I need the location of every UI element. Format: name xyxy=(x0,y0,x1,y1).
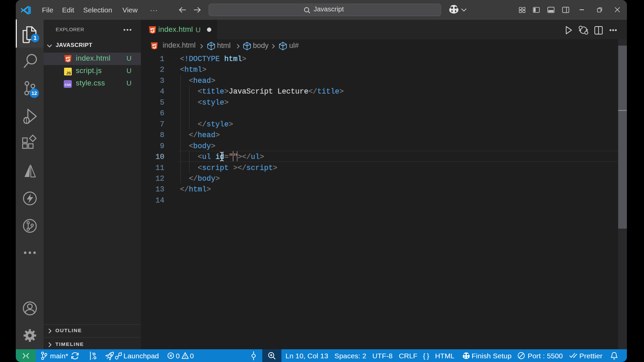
svg-text:CSS: CSS xyxy=(65,83,71,86)
svg-text:JS: JS xyxy=(66,71,71,75)
